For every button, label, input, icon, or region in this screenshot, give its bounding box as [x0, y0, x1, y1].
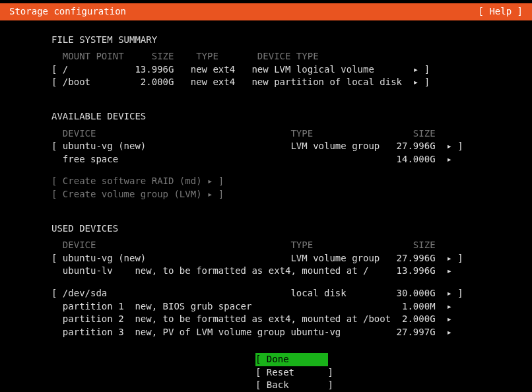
used-ubuntu-lv[interactable]: ubuntu-lv new, to be formatted as ext4, …: [51, 265, 532, 278]
header-bar: Storage configuration [ Help ]: [0, 3, 532, 20]
avail-free-space[interactable]: free space 14.000G ▸: [51, 153, 532, 166]
reset-button[interactable]: [ Reset ]: [255, 366, 328, 379]
used-partition-1[interactable]: partition 1 new, BIOS grub spacer 1.000M…: [51, 300, 532, 313]
create-lvm-action[interactable]: [ Create volume group (LVM) ▸ ]: [51, 188, 532, 201]
fs-summary-title: FILE SYSTEM SUMMARY: [51, 34, 532, 47]
used-partition-2[interactable]: partition 2 new, to be formatted as ext4…: [51, 313, 532, 326]
available-devices-title: AVAILABLE DEVICES: [51, 110, 532, 123]
footer-buttons: [ Done ] [ Reset ] [ Back ]: [51, 353, 532, 392]
avail-ubuntu-vg[interactable]: [ ubuntu-vg (new) LVM volume group 27.99…: [51, 140, 532, 153]
available-columns: DEVICE TYPE SIZE: [51, 127, 532, 141]
fs-summary-columns: MOUNT POINT SIZE TYPE DEVICE TYPE: [51, 50, 532, 63]
main-content: FILE SYSTEM SUMMARY MOUNT POINT SIZE TYP…: [0, 20, 532, 392]
fs-row-root[interactable]: [ / 13.996G new ext4 new LVM logical vol…: [51, 63, 532, 77]
used-columns: DEVICE TYPE SIZE: [51, 239, 532, 252]
used-partition-3[interactable]: partition 3 new, PV of LVM volume group …: [51, 326, 532, 339]
create-raid-action[interactable]: [ Create software RAID (md) ▸ ]: [51, 175, 532, 188]
done-button[interactable]: [ Done ]: [255, 353, 328, 366]
used-devices-title: USED DEVICES: [51, 222, 532, 236]
screen-title: Storage configuration: [9, 5, 126, 18]
back-button[interactable]: [ Back ]: [255, 379, 328, 392]
used-ubuntu-vg[interactable]: [ ubuntu-vg (new) LVM volume group 27.99…: [51, 252, 532, 265]
used-dev-sda[interactable]: [ /dev/sda local disk 30.000G ▸ ]: [51, 287, 532, 300]
fs-row-boot[interactable]: [ /boot 2.000G new ext4 new partition of…: [51, 76, 532, 89]
help-button[interactable]: [ Help ]: [479, 5, 523, 18]
